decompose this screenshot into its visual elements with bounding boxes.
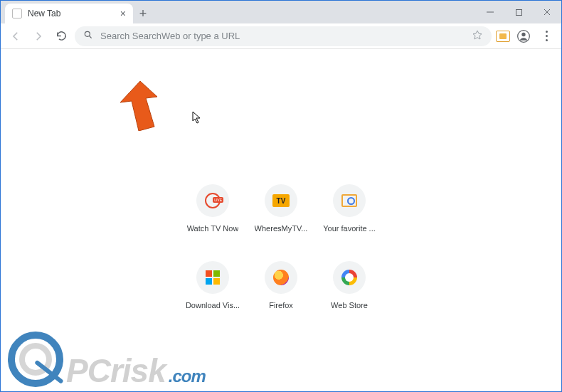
new-tab-page: Watch TV Now TV WheresMyTV... Your favor… <box>1 49 561 391</box>
shortcut-label: Download Vis... <box>186 301 240 309</box>
watermark-com: .com <box>169 368 206 385</box>
watermark-pc: PC <box>66 354 110 387</box>
watermark-risk: risk <box>110 354 166 387</box>
svg-marker-10 <box>193 112 200 123</box>
forward-button[interactable] <box>29 27 48 46</box>
bookmark-star-icon[interactable] <box>472 29 483 43</box>
search-icon <box>83 30 93 43</box>
shortcuts-grid: Watch TV Now TV WheresMyTV... Your favor… <box>179 184 383 309</box>
shortcut-label: WheresMyTV... <box>255 224 308 233</box>
shortcut-firefox[interactable]: Firefox <box>247 261 315 309</box>
svg-marker-6 <box>473 31 482 39</box>
shortcut-watch-tv-now[interactable]: Watch TV Now <box>179 184 247 233</box>
toolbar <box>1 23 561 49</box>
title-bar: New Tab × + <box>1 1 561 23</box>
shortcut-label: Web Store <box>331 301 368 309</box>
close-tab-icon[interactable]: × <box>120 9 126 18</box>
firefox-icon <box>273 270 289 285</box>
microsoft-icon <box>206 270 220 285</box>
tab-favicon <box>12 9 22 18</box>
reload-button[interactable] <box>52 27 70 46</box>
shortcut-your-favorite[interactable]: Your favorite ... <box>315 184 383 233</box>
watermark-logo-icon <box>8 332 63 387</box>
new-tab-button[interactable]: + <box>133 4 153 23</box>
browser-window: New Tab × + Watch TV Now <box>0 0 562 392</box>
shortcut-label: Firefox <box>269 301 293 309</box>
minimize-button[interactable] <box>476 1 504 23</box>
tab-title: New Tab <box>28 9 115 18</box>
shortcut-web-store[interactable]: Web Store <box>315 261 383 309</box>
browser-tab[interactable]: New Tab × <box>5 4 133 23</box>
svg-line-5 <box>90 36 92 38</box>
svg-marker-9 <box>120 81 157 131</box>
svg-point-8 <box>521 32 525 36</box>
window-controls <box>476 1 561 23</box>
watermark: PCrisk.com <box>8 332 206 387</box>
globe-live-icon <box>205 193 221 208</box>
kebab-menu-button[interactable] <box>537 27 556 46</box>
shortcut-wheresmytv[interactable]: TV WheresMyTV... <box>247 184 315 233</box>
tv-icon: TV <box>272 194 290 207</box>
annotation-arrow-icon <box>117 81 160 131</box>
mouse-cursor-icon <box>192 111 202 124</box>
shortcut-label: Your favorite ... <box>323 224 376 233</box>
maximize-button[interactable] <box>504 1 533 23</box>
back-button[interactable] <box>6 27 25 46</box>
shortcut-download-vis[interactable]: Download Vis... <box>179 261 247 309</box>
address-bar[interactable] <box>75 26 492 46</box>
svg-point-4 <box>85 31 90 36</box>
webstore-icon <box>341 270 357 285</box>
svg-rect-1 <box>516 9 521 15</box>
close-window-button[interactable] <box>533 1 561 23</box>
shortcut-label: Watch TV Now <box>187 224 239 233</box>
profile-avatar-button[interactable] <box>514 27 533 46</box>
address-input[interactable] <box>100 31 465 41</box>
movie-icon <box>341 194 357 207</box>
extension-icon[interactable] <box>496 31 510 42</box>
